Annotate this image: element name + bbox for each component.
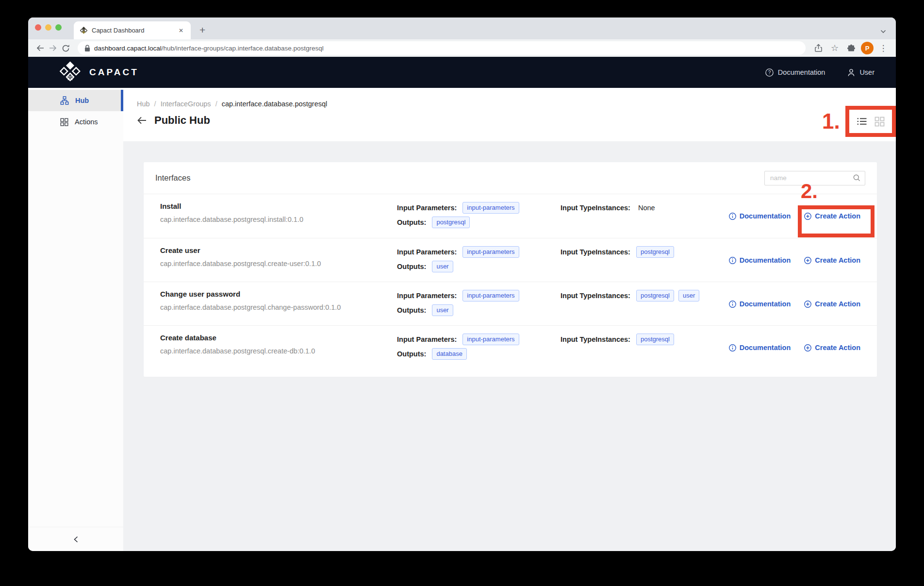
plus-circle-icon (804, 257, 811, 264)
tag-postgresql: postgresql (432, 217, 470, 228)
create-action-link[interactable]: Create Action (804, 344, 860, 352)
list-view-icon[interactable] (857, 117, 867, 126)
profile-avatar[interactable]: P (861, 42, 874, 54)
info-circle-icon (729, 301, 736, 308)
grid-view-icon[interactable] (874, 117, 885, 127)
user-nav-link[interactable]: User (847, 68, 874, 77)
hub-sitemap-icon (60, 96, 69, 105)
outputs-label: Outputs: (397, 218, 426, 226)
page-header: Hub / InterfaceGroups / cap.interface.da… (123, 88, 896, 141)
typeinstances-cell: Input TypeInstances: postgresql (561, 334, 743, 345)
documentation-link[interactable]: Documentation (729, 256, 791, 264)
outputs-label: Outputs: (397, 350, 426, 358)
documentation-link[interactable]: Documentation (729, 300, 791, 308)
question-circle-icon: ? (765, 68, 774, 77)
interface-row: Change user password cap.interface.datab… (144, 282, 877, 325)
documentation-link[interactable]: Documentation (729, 344, 791, 352)
actions-grid-icon (60, 118, 68, 126)
sidebar-item-hub[interactable]: Hub (28, 90, 123, 111)
tag-input-parameters: input-parameters (462, 290, 519, 301)
create-action-link[interactable]: Create Action (804, 256, 860, 264)
interface-name: Change user password (160, 290, 397, 299)
tab-overflow-chevron-icon[interactable] (880, 30, 886, 33)
sidebar-collapse-button[interactable] (28, 527, 123, 551)
zoom-window-button[interactable] (55, 24, 62, 31)
app-top-nav: CAPACT ? Documentation (28, 57, 896, 88)
info-circle-icon (729, 213, 736, 220)
info-circle-icon (729, 257, 736, 264)
interface-row: Create database cap.interface.database.p… (144, 325, 877, 369)
input-typeinstances-label: Input TypeInstances: (561, 204, 630, 212)
tab-close-icon[interactable]: ✕ (176, 26, 186, 35)
breadcrumb-hub[interactable]: Hub (137, 100, 150, 108)
outputs-label: Outputs: (397, 263, 426, 270)
tag-database: database (432, 348, 467, 360)
parameters-cell: Input Parameters: input-parameters Outpu… (397, 246, 561, 272)
input-typeinstances-tags: postgresql (636, 246, 674, 258)
share-icon[interactable] (811, 41, 825, 55)
page-title: Public Hub (154, 114, 210, 127)
tag-input-parameters: input-parameters (462, 202, 519, 214)
card-title: Interfaces (155, 173, 190, 183)
tab-strip: Capact Dashboard ✕ + (28, 17, 896, 39)
tag-user: user (432, 261, 453, 272)
outputs-label: Outputs: (397, 306, 426, 314)
documentation-nav-link[interactable]: ? Documentation (765, 68, 825, 77)
interface-path: cap.interface.database.postgresql.create… (160, 347, 397, 355)
input-typeinstances-tags: postgresql (636, 334, 674, 345)
input-parameters-label: Input Parameters: (397, 248, 457, 256)
capact-brand: CAPACT (59, 61, 139, 84)
breadcrumb-interfacegroups[interactable]: InterfaceGroups (161, 100, 211, 108)
bookmark-star-icon[interactable]: ☆ (828, 41, 842, 55)
window-controls (35, 24, 62, 31)
browser-menu-dots-icon[interactable]: ⋮ (876, 41, 890, 55)
parameters-cell: Input Parameters: input-parameters Outpu… (397, 290, 561, 316)
back-icon[interactable] (34, 42, 47, 54)
create-action-link[interactable]: Create Action (804, 300, 860, 308)
extensions-puzzle-icon[interactable] (844, 41, 858, 55)
tag-user: user (678, 290, 699, 301)
sidebar-item-actions[interactable]: Actions (28, 111, 123, 133)
url-bar[interactable]: dashboard.capact.local/hub/interface-gro… (78, 41, 806, 55)
interface-row: Create user cap.interface.database.postg… (144, 238, 877, 282)
close-window-button[interactable] (35, 24, 41, 31)
browser-tab[interactable]: Capact Dashboard ✕ (74, 21, 191, 39)
reload-icon[interactable] (59, 42, 72, 54)
annotation-box-1: 1. (845, 106, 896, 137)
svg-text:?: ? (768, 70, 771, 75)
input-typeinstances-tags: None (636, 204, 655, 212)
interface-name-cell: Change user password cap.interface.datab… (160, 290, 397, 312)
tab-title: Capact Dashboard (92, 27, 176, 34)
browser-toolbar: dashboard.capact.local/hub/interface-gro… (28, 39, 896, 57)
interface-name: Install (160, 202, 397, 211)
tag-input-parameters: input-parameters (462, 246, 519, 258)
parameters-cell: Input Parameters: input-parameters Outpu… (397, 334, 561, 360)
input-parameters-label: Input Parameters: (397, 292, 457, 300)
row-actions: Documentation Create Action (743, 290, 860, 318)
outputs-tags: user (432, 304, 453, 316)
outputs-tags: user (432, 261, 453, 272)
interfaces-list: Install cap.interface.database.postgresq… (144, 194, 877, 377)
outputs-tags: database (432, 348, 467, 360)
row-actions: Documentation Create Action (743, 334, 860, 362)
input-typeinstances-label: Input TypeInstances: (561, 335, 630, 343)
forward-icon[interactable] (47, 42, 59, 54)
interface-name-cell: Create user cap.interface.database.postg… (160, 246, 397, 268)
input-parameters-tags: input-parameters (462, 290, 519, 301)
row-actions: Documentation Create Action 2. (743, 202, 860, 230)
new-tab-button[interactable]: + (197, 24, 208, 36)
tag-postgresql: postgresql (636, 246, 674, 258)
plus-circle-icon (804, 344, 811, 352)
minimize-window-button[interactable] (45, 24, 51, 31)
tag-input-parameters: input-parameters (462, 334, 519, 345)
typeinstances-cell: Input TypeInstances: postgresqluser (561, 290, 743, 301)
interface-path: cap.interface.database.postgresql.create… (160, 259, 397, 268)
search-icon[interactable] (853, 174, 860, 182)
typeinstances-none: None (638, 204, 655, 212)
input-parameters-label: Input Parameters: (397, 335, 457, 343)
annotation-step-1: 1. (822, 111, 840, 132)
documentation-link[interactable]: Documentation (729, 212, 791, 220)
back-arrow-icon[interactable] (137, 116, 147, 125)
input-parameters-tags: input-parameters (462, 334, 519, 345)
plus-circle-icon (804, 301, 811, 308)
